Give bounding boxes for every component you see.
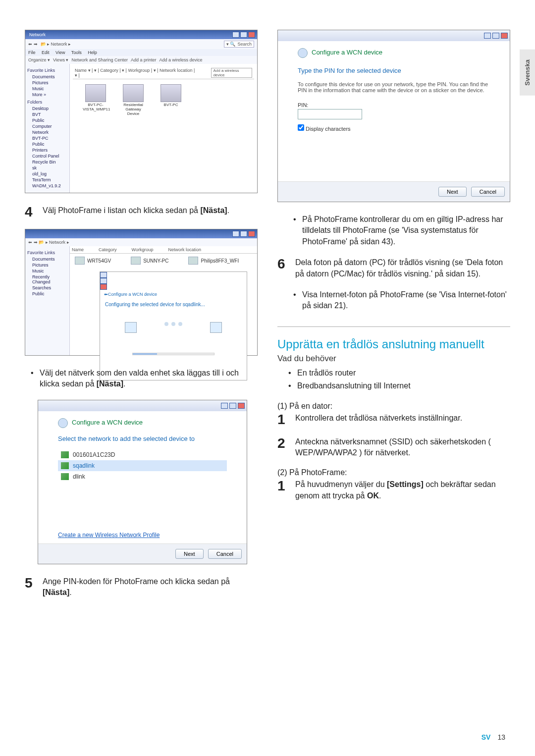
dialog-title: Configure a WCN device [108, 292, 157, 297]
sidebar-item[interactable]: Recycle Bin [27, 159, 67, 165]
network-device[interactable]: BVT-PC [158, 84, 184, 116]
sidebar-item[interactable]: TeraTerm [27, 177, 67, 183]
step-number: 1 [277, 413, 287, 427]
menu-file[interactable]: File [28, 50, 36, 55]
substep-1-2: 2 Anteckna nätverksnamnet (SSID) och säk… [277, 436, 510, 459]
screenshot-network-explorer: Network ⬅ ➡ 📂 ▸ Network ▸ ▾ 🔍 Search Fil… [25, 30, 258, 193]
network-device[interactable]: WRT54GV [75, 257, 111, 265]
minimize-icon[interactable] [100, 272, 107, 278]
sidebar-item[interactable]: Computer [27, 123, 67, 129]
minimize-icon[interactable] [232, 231, 239, 237]
sidebar-item[interactable]: Control Panel [27, 153, 67, 159]
progress-bar [132, 353, 214, 355]
toolbar-organize[interactable]: Organize ▾ [28, 57, 50, 62]
page-footer: SV13 [482, 733, 505, 741]
sidebar-item[interactable]: BVT [27, 111, 67, 117]
sidebar-item[interactable]: Documents [27, 256, 67, 262]
sidebar-item[interactable]: sk [27, 165, 67, 171]
cancel-button[interactable]: Cancel [471, 187, 505, 197]
minimize-icon[interactable] [484, 33, 491, 39]
sidebar-item[interactable]: Recently Changed [27, 274, 67, 285]
device-icon [210, 322, 222, 333]
menu-edit[interactable]: Edit [42, 50, 50, 55]
network-option[interactable]: 001601A1C23D [58, 449, 227, 460]
sidebar-item[interactable]: old_log [27, 171, 67, 177]
wifi-icon [61, 473, 69, 480]
next-button[interactable]: Next [175, 549, 204, 559]
dialog-hint: Type the PIN for the selected device [298, 67, 490, 74]
window-titlebar: Network [25, 30, 257, 39]
sidebar-item[interactable]: Pictures [27, 80, 67, 86]
maximize-icon[interactable] [240, 32, 247, 38]
sidebar-item[interactable]: Public [27, 141, 67, 147]
close-icon[interactable] [248, 32, 255, 38]
pin-input[interactable] [298, 109, 362, 119]
maximize-icon[interactable] [229, 403, 236, 409]
back-icon[interactable] [58, 418, 68, 428]
column-headers: Name ▾ | ▾ | Category | ▾ | Workgroup | … [73, 67, 254, 79]
close-icon[interactable] [501, 33, 508, 39]
toolbar-add-printer[interactable]: Add a printer [131, 57, 157, 62]
sidebar-item[interactable]: Desktop [27, 106, 67, 111]
close-icon[interactable] [238, 403, 245, 409]
network-device[interactable]: BVT-PC-VISTA_WMP11 [83, 84, 108, 116]
add-wireless-device-button[interactable]: Add a wireless device [211, 68, 252, 78]
sidebar-item[interactable]: More » [27, 92, 67, 98]
minimize-icon[interactable] [221, 403, 228, 409]
next-button[interactable]: Next [438, 187, 467, 197]
step-number: 5 [25, 576, 35, 598]
display-characters-checkbox[interactable] [298, 124, 304, 131]
back-icon[interactable] [298, 48, 308, 58]
window-title: Network [29, 32, 46, 37]
sidebar-item[interactable]: Music [27, 268, 67, 274]
network-option-selected[interactable]: sqadlink [58, 460, 227, 471]
dialog-description: To configure this device for use on your… [298, 81, 490, 93]
minimize-icon[interactable] [232, 32, 239, 38]
subsection-1-heading: (1) På en dator: [277, 402, 510, 411]
sidebar-item[interactable]: Network [27, 129, 67, 135]
instruction-bullet: På PhotoFrame kontrollerar du om en gilt… [302, 214, 510, 247]
toolbar-row: Organize ▾ Views ▾ Network and Sharing C… [25, 56, 257, 64]
sidebar-item[interactable]: Searches [27, 285, 67, 291]
network-device[interactable]: Residential GatewayDevice [120, 84, 146, 116]
sidebar-item[interactable]: Printers [27, 147, 67, 153]
step-number: 1 [277, 479, 287, 501]
close-icon[interactable] [248, 231, 255, 237]
toolbar-sharing-center[interactable]: Network and Sharing Center [71, 57, 128, 62]
section-title: Upprätta en trådlös anslutning manuellt [277, 326, 510, 352]
toolbar-views[interactable]: Views ▾ [53, 57, 68, 62]
sidebar-item[interactable]: WADM_v1.9.2 [27, 183, 67, 189]
maximize-icon[interactable] [240, 231, 247, 237]
checkbox-label: Display characters [306, 126, 350, 132]
need-item: Bredbandsanslutning till Internet [297, 380, 510, 391]
sidebar-item[interactable]: Public [27, 291, 67, 297]
dialog-header: Configure a WCN device [312, 49, 382, 56]
sidebar-item[interactable]: BVT-PC [27, 135, 67, 141]
network-device[interactable]: Philips8FF3_WFI [188, 257, 239, 265]
sidebar-item[interactable]: Music [27, 86, 67, 92]
network-device[interactable]: SUNNY-PC [131, 257, 168, 265]
sidebar-item[interactable]: Documents [27, 74, 67, 80]
device-icon [160, 84, 181, 102]
cancel-button[interactable]: Cancel [208, 549, 242, 559]
maximize-icon[interactable] [492, 33, 499, 39]
menu-tools[interactable]: Tools [71, 50, 82, 55]
step-4: 4 Välj PhotoFrame i listan och klicka se… [25, 205, 258, 219]
wifi-icon [61, 451, 69, 458]
window-titlebar [25, 229, 257, 238]
toolbar-add-wireless[interactable]: Add a wireless device [159, 57, 202, 62]
menu-view[interactable]: View [55, 50, 65, 55]
sidebar-item[interactable]: Public [27, 117, 67, 123]
close-icon[interactable] [100, 284, 107, 290]
substep-2-1: 1 På huvudmenyn väljer du [Settings] och… [277, 479, 510, 501]
need-heading: Vad du behöver [277, 354, 510, 364]
create-profile-link[interactable]: Create a new Wireless Network Profile [58, 532, 160, 539]
step-number: 4 [25, 205, 35, 219]
sidebar-item[interactable]: Pictures [27, 262, 67, 268]
folders-heading: Folders [27, 100, 67, 105]
search-input[interactable]: ▾ 🔍 Search [224, 41, 254, 48]
menu-help[interactable]: Help [88, 50, 97, 55]
maximize-icon[interactable] [100, 278, 107, 284]
network-option[interactable]: dlink [58, 471, 227, 482]
instruction-bullet: Visa Internet-foton på PhotoFrame (se 'V… [302, 289, 510, 312]
